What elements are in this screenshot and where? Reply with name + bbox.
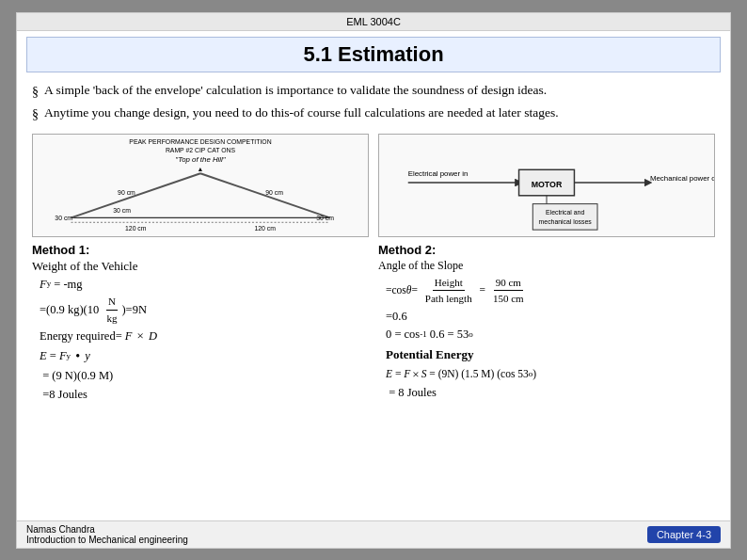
bullet-symbol-2: § xyxy=(32,105,39,124)
math-line-e-val1: = (9 N)(0.9 M) xyxy=(40,367,369,385)
bullet-symbol-1: § xyxy=(32,83,39,102)
right-column: Electrical power in xyxy=(378,134,715,517)
slide-title: 5.1 Estimation xyxy=(27,42,720,67)
method2-math: =cosθ= Height Path length = 90 cm 150 cm xyxy=(386,275,715,402)
left-column: PEAK PERFORMANCE DESIGN COMPETITION RAMP… xyxy=(32,134,369,517)
method2-subtitle: Angle of the Slope xyxy=(378,259,715,273)
svg-text:▲: ▲ xyxy=(198,166,204,172)
svg-text:30 cm: 30 cm xyxy=(113,207,131,214)
method1-block: Method 1: Weight of the Vehicle Fy = -mg… xyxy=(32,243,369,405)
method1-math: Fy = -mg =(0.9 kg)(10 N kg )=9N Energy r… xyxy=(40,276,369,404)
svg-text:"Top of the Hill": "Top of the Hill" xyxy=(175,155,226,164)
bullet-list: § A simple 'back of the envelope' calcul… xyxy=(32,82,715,128)
footer-author: Namas Chandra xyxy=(26,524,188,535)
math-line-energy-req: Energy required= F × D xyxy=(40,327,369,345)
bullet-item-1: § A simple 'back of the envelope' calcul… xyxy=(32,82,715,102)
math-line-pe-eq: E = F×S = (9N) (1.5 M) (cos 53o) xyxy=(386,365,715,384)
method2-title: Method 2: xyxy=(378,243,715,257)
svg-text:Electrical power in: Electrical power in xyxy=(408,169,469,178)
method1-title: Method 1: xyxy=(32,243,369,257)
footer-chapter: Chapter 4-3 xyxy=(647,526,721,543)
svg-text:MOTOR: MOTOR xyxy=(532,180,563,189)
svg-text:30 cm: 30 cm xyxy=(316,215,334,221)
svg-text:120 cm: 120 cm xyxy=(254,225,276,232)
svg-rect-24 xyxy=(532,203,597,229)
svg-text:90 cm: 90 cm xyxy=(118,189,135,196)
math-line-val06: =0.6 xyxy=(386,308,715,326)
slide: EML 3004C 5.1 Estimation § A simple 'bac… xyxy=(16,12,731,549)
course-label: EML 3004C xyxy=(346,16,401,27)
potential-energy-label: Potential Energy xyxy=(386,345,715,364)
math-line-calc1: =(0.9 kg)(10 N kg )=9N xyxy=(40,294,369,326)
math-line-pe-val: = 8 Joules xyxy=(386,384,715,402)
svg-text:mechanical losses: mechanical losses xyxy=(539,218,593,225)
method1-subtitle: Weight of the Vehicle xyxy=(32,259,369,274)
svg-text:PEAK PERFORMANCE DESIGN COMPET: PEAK PERFORMANCE DESIGN COMPETITION xyxy=(129,138,271,145)
bullet-text-1: A simple 'back of the envelope' calculat… xyxy=(44,82,547,100)
svg-text:RAMP #2 CIP CAT ONS: RAMP #2 CIP CAT ONS xyxy=(166,146,236,152)
footer-course: Introduction to Mechanical engineering xyxy=(26,535,188,545)
svg-text:90 cm: 90 cm xyxy=(265,189,283,196)
footer-left: Namas Chandra Introduction to Mechanical… xyxy=(26,524,188,545)
content-area: § A simple 'back of the envelope' calcul… xyxy=(17,78,730,520)
ramp-diagram: PEAK PERFORMANCE DESIGN COMPETITION RAMP… xyxy=(32,134,369,237)
bullet-item-2: § Anytime you change design, you need to… xyxy=(32,104,715,124)
svg-text:Electrical and: Electrical and xyxy=(546,209,584,216)
math-line-e-eq: E = Fy • y xyxy=(40,346,369,366)
motor-diagram: Electrical power in xyxy=(378,134,715,237)
svg-text:Mechanical power out: Mechanical power out xyxy=(650,174,714,183)
bullet-text-2: Anytime you change design, you need to d… xyxy=(44,104,559,122)
two-column-layout: PEAK PERFORMANCE DESIGN COMPETITION RAMP… xyxy=(32,134,715,517)
top-bar: EML 3004C xyxy=(17,13,730,31)
svg-text:120 cm: 120 cm xyxy=(125,225,147,232)
math-line-cos: =cosθ= Height Path length = 90 cm 150 cm xyxy=(386,275,715,307)
title-section: 5.1 Estimation xyxy=(26,37,721,72)
method2-block: Method 2: Angle of the Slope =cosθ= Heig… xyxy=(378,243,715,403)
math-line-cos-inv: 0 = cos-1 0.6 = 53o xyxy=(386,326,715,344)
svg-text:30 cm: 30 cm xyxy=(55,215,72,221)
math-line-fy: Fy = -mg xyxy=(40,276,369,294)
math-line-e-val2: =8 Joules xyxy=(40,386,369,404)
footer: Namas Chandra Introduction to Mechanical… xyxy=(17,520,730,548)
